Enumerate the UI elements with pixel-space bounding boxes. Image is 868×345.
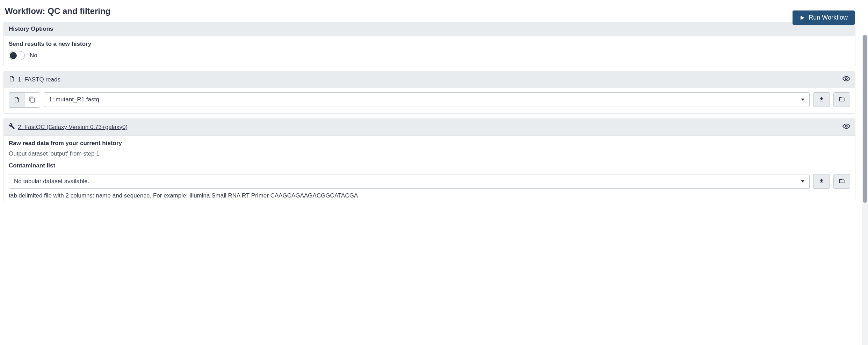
wrench-icon [9, 123, 15, 131]
svg-point-2 [845, 125, 847, 127]
chevron-down-icon [801, 180, 804, 182]
folder-open-icon [839, 178, 845, 185]
step-1-dataset-select[interactable]: 1: mutant_R1.fastq [44, 92, 810, 107]
folder-open-icon [839, 96, 845, 103]
svg-marker-0 [801, 16, 804, 20]
contaminant-selected-value: No tabular dataset available. [14, 178, 89, 185]
file-icon [9, 76, 15, 84]
page-title: Workflow: QC and filtering [3, 3, 868, 19]
send-results-label: Send results to a new history [9, 41, 850, 48]
upload-icon [818, 178, 825, 185]
step-2-title-link[interactable]: 2: FastQC (Galaxy Version 0.73+galaxy0) [18, 124, 128, 131]
scroll-thumb[interactable] [863, 35, 867, 203]
play-icon [800, 15, 805, 21]
history-options-title: History Options [9, 26, 53, 33]
multiple-dataset-button[interactable] [24, 93, 40, 107]
raw-read-value: Output dataset 'output' from step 1 [9, 150, 850, 157]
step-2-panel: 2: FastQC (Galaxy Version 0.73+galaxy0) … [3, 118, 855, 201]
svg-point-1 [845, 78, 847, 80]
contaminant-select[interactable]: No tabular dataset available. [9, 174, 810, 189]
history-options-header: History Options [4, 22, 855, 36]
single-dataset-button[interactable] [9, 93, 24, 107]
step-1-selected-value: 1: mutant_R1.fastq [49, 96, 99, 103]
step-1-panel: 1: FASTQ reads [3, 71, 855, 114]
step-1-header: 1: FASTQ reads [4, 71, 855, 88]
browse-button[interactable] [833, 92, 850, 107]
eye-icon[interactable] [842, 75, 850, 84]
run-workflow-label: Run Workflow [809, 14, 848, 21]
upload-button[interactable] [813, 92, 830, 107]
eye-icon[interactable] [842, 122, 850, 132]
upload-icon [818, 96, 825, 103]
step-1-title-link[interactable]: 1: FASTQ reads [18, 76, 60, 83]
send-results-value: No [30, 52, 37, 59]
contaminant-label: Contaminant list [9, 162, 850, 169]
chevron-down-icon [801, 99, 804, 101]
step-2-header: 2: FastQC (Galaxy Version 0.73+galaxy0) [4, 119, 855, 136]
run-workflow-button[interactable]: Run Workflow [793, 10, 855, 25]
raw-read-label: Raw read data from your current history [9, 140, 850, 147]
dataset-mode-group [9, 92, 40, 108]
toggle-knob [10, 52, 17, 59]
contaminant-help: tab delimited file with 2 columns: name … [9, 192, 850, 199]
vertical-scrollbar[interactable] [862, 35, 868, 206]
history-options-panel: History Options Send results to a new hi… [3, 22, 855, 66]
upload-button[interactable] [813, 174, 830, 189]
files-icon [29, 96, 35, 104]
browse-button[interactable] [833, 174, 850, 189]
send-results-toggle[interactable] [9, 51, 25, 60]
file-icon [14, 96, 20, 104]
